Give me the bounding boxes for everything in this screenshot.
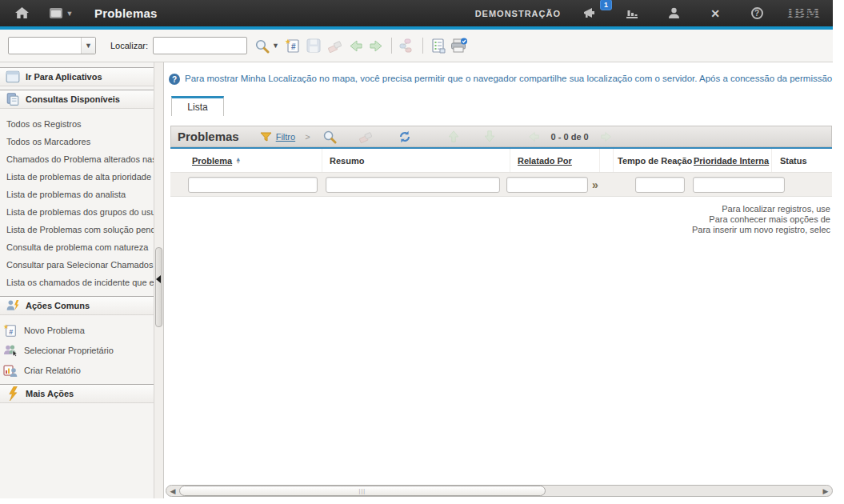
filter-input-resumo[interactable] xyxy=(326,177,500,193)
reports-button[interactable] xyxy=(429,36,448,55)
search-options-caret-icon[interactable]: ▼ xyxy=(272,42,279,50)
filter-input-problema[interactable] xyxy=(188,177,318,193)
top-navbar: ▼ Problemas DEMONSTRAÇÃO 1 xyxy=(0,0,833,26)
next-page-button[interactable] xyxy=(598,128,615,146)
filter-expand-chevron-icon[interactable]: > xyxy=(305,132,310,142)
sidebar-action-create-report[interactable]: Criar Relatório xyxy=(0,360,154,380)
reports-chart-button[interactable] xyxy=(620,5,644,22)
clear-changes-button[interactable] xyxy=(325,36,344,55)
topbar-actions: DEMONSTRAÇÃO 1 xyxy=(475,5,825,22)
sidebar-query-item[interactable]: Chamados do Problema alterados nas… xyxy=(0,150,154,168)
search-icon xyxy=(254,38,270,54)
new-record-button[interactable]: # ★ xyxy=(283,36,302,55)
column-header-relatado-por[interactable]: Relatado Por xyxy=(510,149,600,172)
next-arrow-icon xyxy=(369,39,384,53)
table-title: Problemas xyxy=(178,130,239,143)
help-button[interactable]: ? xyxy=(745,5,769,22)
table-header-row: Problema ▲▼ Resumo Relatado Por Tempo de… xyxy=(170,147,832,173)
horizontal-scrollbar[interactable]: ◀ ||| ▶ xyxy=(166,485,833,497)
sidebar-query-item[interactable]: Lista de Problemas com solução pend… xyxy=(0,221,154,238)
sidebar-collapse-handle-icon[interactable] xyxy=(156,275,161,283)
query-dropdown[interactable]: ▼ xyxy=(8,37,96,54)
tab-bar: Lista xyxy=(171,96,833,116)
next-record-button[interactable] xyxy=(366,36,386,55)
previous-page-button[interactable] xyxy=(525,128,542,146)
sidebar-item-go-to-applications[interactable]: Ir Para Aplicativos xyxy=(0,67,154,86)
applications-icon xyxy=(6,70,20,84)
table-search-button[interactable] xyxy=(321,128,338,146)
filter-input-prioridade-interna[interactable] xyxy=(635,177,685,193)
filter-funnel-icon[interactable] xyxy=(260,132,272,142)
go-to-menu-button[interactable]: ▼ xyxy=(45,5,77,22)
sidebar-query-item[interactable]: Lista os chamados de incidente que e… xyxy=(0,274,154,291)
person-icon xyxy=(668,7,680,19)
horizontal-scrollbar-thumb[interactable]: ||| xyxy=(179,486,546,496)
filter-input-status[interactable] xyxy=(693,177,785,193)
close-icon: ✕ xyxy=(710,7,720,20)
sidebar-query-item[interactable]: Todos os Registros xyxy=(0,115,154,133)
tab-label: Lista xyxy=(187,102,207,113)
table-clear-button[interactable] xyxy=(357,128,374,146)
sidebar-scrollbar-thumb[interactable] xyxy=(155,247,162,327)
info-help-icon: ? xyxy=(169,74,180,85)
column-header-tempo-de-reacao[interactable]: Tempo de Reação xyxy=(614,149,684,172)
next-arrow-icon xyxy=(600,131,613,142)
print-button[interactable] xyxy=(450,36,469,55)
column-header-problema[interactable]: Problema ▲▼ xyxy=(170,149,322,172)
new-record-icon: # ★ xyxy=(285,38,301,54)
announcements-button[interactable]: 1 xyxy=(578,5,602,22)
ibm-logo: IBM xyxy=(786,6,825,20)
column-spacer xyxy=(600,149,614,172)
column-header-status[interactable]: Status xyxy=(772,149,832,172)
sidebar-query-item[interactable]: Consultar para Selecionar Chamados … xyxy=(0,256,154,274)
filter-link[interactable]: Filtro xyxy=(276,132,295,142)
profile-button[interactable] xyxy=(662,5,686,22)
sidebar-query-item[interactable]: Todos os Marcadores xyxy=(0,133,154,150)
pagination-text: 0 - 0 de 0 xyxy=(551,132,589,142)
sidebar-action-select-owner[interactable]: Selecionar Proprietário xyxy=(0,340,154,360)
save-button[interactable] xyxy=(304,36,323,55)
more-actions-icon xyxy=(6,386,20,401)
previous-record-button[interactable] xyxy=(346,36,365,55)
column-header-resumo[interactable]: Resumo xyxy=(322,149,510,172)
sidebar-action-label: Criar Relatório xyxy=(24,366,81,375)
scrollbar-grip-icon: ||| xyxy=(359,488,366,494)
tab-lista[interactable]: Lista xyxy=(171,96,224,116)
sidebar-section-available-queries[interactable]: Consultas Disponíveis xyxy=(0,90,154,109)
next-row-button[interactable] xyxy=(481,128,498,146)
sidebar-scrollbar[interactable] xyxy=(154,62,164,498)
create-report-icon xyxy=(3,363,18,378)
workflow-icon xyxy=(399,38,415,53)
sidebar-query-item[interactable]: Lista de problemas de alta prioridade d… xyxy=(0,168,154,186)
help-line: Para conhecer mais opções de xyxy=(170,214,830,225)
scroll-left-arrow-icon[interactable]: ◀ xyxy=(166,487,179,495)
empty-table-help: Para localizar registros, use Para conhe… xyxy=(170,204,832,235)
sign-out-button[interactable]: ✕ xyxy=(703,5,727,22)
home-button[interactable] xyxy=(10,5,34,22)
sidebar-query-item[interactable]: Lista de problemas dos grupos do usu… xyxy=(0,203,154,221)
go-to-apps-icon xyxy=(49,7,65,20)
svg-text:★: ★ xyxy=(285,38,291,46)
filter-more-chevron[interactable]: » xyxy=(592,178,598,191)
search-icon xyxy=(322,130,337,144)
filter-input-relatado-por[interactable] xyxy=(506,177,588,193)
sidebar-section-common-actions[interactable]: Ações Comuns xyxy=(0,296,154,315)
find-label: Localizar: xyxy=(110,41,148,50)
find-input[interactable] xyxy=(153,37,247,54)
workflow-button[interactable] xyxy=(398,36,417,55)
sidebar-action-new-problem[interactable]: # ★ Novo Problema xyxy=(0,320,154,340)
megaphone-icon xyxy=(583,7,598,19)
svg-text:★: ★ xyxy=(3,323,9,330)
search-button[interactable] xyxy=(252,36,271,55)
toolbar-separator xyxy=(422,38,423,54)
ibm-logo-text: IBM xyxy=(787,6,821,20)
table-refresh-button[interactable] xyxy=(396,128,414,146)
previous-row-button[interactable] xyxy=(445,128,462,146)
eraser-icon xyxy=(358,130,373,143)
sidebar-query-item[interactable]: Lista de problemas do analista xyxy=(0,186,154,203)
sidebar-query-item[interactable]: Consulta de problema com natureza xyxy=(0,238,154,256)
scroll-right-arrow-icon[interactable]: ▶ xyxy=(819,487,832,495)
toolbar-separator xyxy=(391,38,392,54)
sidebar-section-more-actions[interactable]: Mais Ações xyxy=(0,384,154,403)
column-header-prioridade-interna[interactable]: Prioridade Interna xyxy=(684,149,772,172)
